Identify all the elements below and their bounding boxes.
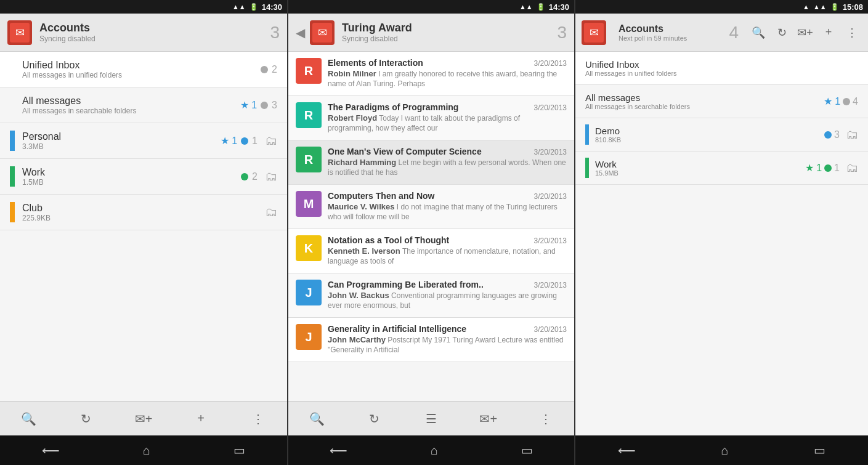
left-header-sub: Syncing disabled xyxy=(39,34,265,43)
right-wifi-icon: ▲▲ xyxy=(813,3,827,10)
email-sender-5: Kenneth E. Iverson xyxy=(328,246,400,256)
right-work-folder-icon: 🗂 xyxy=(846,161,858,175)
personal-folder-icon: 🗂 xyxy=(265,134,277,148)
right-status-bar: ▲ ▲▲ 🔋 15:08 xyxy=(575,0,868,14)
right-home-button[interactable]: ⌂ xyxy=(721,443,728,458)
left-folder-club[interactable]: Club 225.9KB 🗂 xyxy=(0,195,287,230)
mid-battery-icon: 🔋 xyxy=(537,3,545,11)
club-name: Club xyxy=(22,203,261,214)
work-sub: 1.5MB xyxy=(22,178,241,187)
left-folder-personal[interactable]: Personal 3.3MB ★ 1 1 🗂 xyxy=(0,123,287,159)
mid-compose-button[interactable]: ✉+ xyxy=(475,408,502,430)
right-folder-work[interactable]: Work 15.9MB ★ 1 1 🗂 xyxy=(575,152,868,185)
mid-search-button[interactable]: 🔍 xyxy=(303,408,330,430)
mid-wifi-icon: ▲▲ xyxy=(519,3,533,10)
email-subject-4: Computers Then and Now xyxy=(328,191,529,201)
right-folder-demo[interactable]: Demo 810.8KB 3 🗂 xyxy=(575,118,868,152)
left-header: ✉ Accounts Syncing disabled 3 xyxy=(0,14,287,52)
right-header-sub: Next poll in 59 minutes xyxy=(619,34,719,42)
mid-avatar: ✉ xyxy=(310,20,335,45)
right-compose-button[interactable]: ✉+ xyxy=(795,23,815,42)
left-refresh-button[interactable]: ↻ xyxy=(73,408,100,430)
email-avatar-7: J xyxy=(296,324,322,350)
email-item-2[interactable]: R The Paradigms of Programming 3/20/2013… xyxy=(288,96,574,140)
left-recents-button[interactable]: ▭ xyxy=(233,443,245,458)
left-bottom-nav: 🔍 ↻ ✉+ + ⋮ xyxy=(0,401,287,435)
right-folder-all-messages[interactable]: All messages All messages in searchable … xyxy=(575,85,868,118)
mid-back-button[interactable]: ⟵ xyxy=(330,443,347,458)
right-refresh-button[interactable]: ↻ xyxy=(772,23,792,42)
email-date-6: 3/20/2013 xyxy=(534,281,567,289)
mid-home-button[interactable]: ⌂ xyxy=(431,443,438,458)
left-time: 14:30 xyxy=(262,2,282,12)
email-item-6[interactable]: J Can Programming Be Liberated from.. 3/… xyxy=(288,273,574,318)
left-folder-all-messages[interactable]: All messages All messages in searchable … xyxy=(0,87,287,123)
mid-status-bar: ▲▲ 🔋 14:30 xyxy=(288,0,574,14)
left-home-button[interactable]: ⌂ xyxy=(143,443,150,458)
left-folder-work[interactable]: Work 1.5MB 2 🗂 xyxy=(0,159,287,195)
email-date-4: 3/20/2013 xyxy=(534,192,567,201)
left-compose-button[interactable]: ✉+ xyxy=(130,408,157,430)
work-name: Work xyxy=(22,167,241,178)
right-demo-folder-icon: 🗂 xyxy=(846,127,858,142)
all-messages-count: 3 xyxy=(272,100,277,111)
email-item-3[interactable]: R One Man's View of Computer Science 3/2… xyxy=(288,140,574,185)
right-all-messages-name: All messages xyxy=(585,92,824,103)
email-item-1[interactable]: R Elements of Interaction 3/20/2013 Robi… xyxy=(288,52,574,96)
mid-email-list: R Elements of Interaction 3/20/2013 Robi… xyxy=(288,52,574,401)
mid-panel: ▲▲ 🔋 14:30 ◀ ✉ Turing Award Syncing disa… xyxy=(288,0,575,465)
email-avatar-1: R xyxy=(296,58,322,84)
club-sub: 225.9KB xyxy=(22,214,261,222)
right-battery-icon: 🔋 xyxy=(830,3,839,11)
left-folder-list: Unified Inbox All messages in unified fo… xyxy=(0,52,287,401)
mid-refresh-button[interactable]: ↻ xyxy=(360,408,387,430)
email-sender-6: John W. Backus xyxy=(328,291,389,300)
email-subject-2: The Paradigms of Programming xyxy=(328,102,529,112)
mid-header-title: Turing Award xyxy=(342,22,552,34)
right-add-button[interactable]: + xyxy=(819,23,838,42)
right-more-button[interactable]: ⋮ xyxy=(842,23,862,42)
unified-inbox-count: 2 xyxy=(272,64,277,75)
email-subject-5: Notation as a Tool of Thought xyxy=(328,235,529,245)
email-item-7[interactable]: J Generality in Artificial Intelligence … xyxy=(288,318,574,362)
mid-more-button[interactable]: ⋮ xyxy=(532,408,559,430)
email-sender-4: Maurice V. Wilkes xyxy=(328,202,395,211)
left-back-button[interactable]: ⟵ xyxy=(42,443,60,458)
all-messages-sub: All messages in searchable folders xyxy=(22,107,240,115)
work-folder-icon: 🗂 xyxy=(265,169,277,184)
right-header: ✉ Accounts Next poll in 59 minutes 4 🔍 ↻… xyxy=(575,14,868,52)
mid-recents-button[interactable]: ▭ xyxy=(521,443,533,458)
email-sender-2: Robert Floyd xyxy=(328,113,377,123)
mid-time: 14:30 xyxy=(549,2,569,12)
mid-back-arrow[interactable]: ◀ xyxy=(296,25,305,40)
email-date-7: 3/20/2013 xyxy=(534,325,567,334)
left-more-button[interactable]: ⋮ xyxy=(245,408,272,430)
left-add-button[interactable]: + xyxy=(187,408,214,430)
work-count: 2 xyxy=(252,171,258,182)
right-header-title: Accounts xyxy=(619,23,719,34)
right-back-button[interactable]: ⟵ xyxy=(618,443,636,458)
left-folder-unified-inbox[interactable]: Unified Inbox All messages in unified fo… xyxy=(0,52,287,87)
mid-sort-button[interactable]: ☰ xyxy=(418,408,445,430)
left-search-button[interactable]: 🔍 xyxy=(15,408,43,430)
right-search-button[interactable]: 🔍 xyxy=(748,23,768,42)
right-work-sub: 15.9MB xyxy=(595,169,805,177)
all-messages-name: All messages xyxy=(22,95,240,107)
right-android-nav: ⟵ ⌂ ▭ xyxy=(575,435,868,465)
mid-android-nav: ⟵ ⌂ ▭ xyxy=(288,435,574,465)
email-item-4[interactable]: M Computers Then and Now 3/20/2013 Mauri… xyxy=(288,185,574,229)
email-subject-3: One Man's View of Computer Science xyxy=(328,147,529,156)
right-recents-button[interactable]: ▭ xyxy=(814,443,825,458)
email-date-1: 3/20/2013 xyxy=(534,59,567,68)
personal-star: ★ 1 xyxy=(221,135,237,147)
mid-header-badge: 3 xyxy=(557,23,567,42)
unified-inbox-name: Unified Inbox xyxy=(22,60,261,71)
email-avatar-2: R xyxy=(296,102,322,128)
left-header-title: Accounts xyxy=(39,22,265,34)
email-item-5[interactable]: K Notation as a Tool of Thought 3/20/201… xyxy=(288,229,574,273)
email-subject-1: Elements of Interaction xyxy=(328,58,529,68)
right-folder-unified-inbox[interactable]: Unified Inbox All messages in unified fo… xyxy=(575,52,868,85)
email-avatar-3: R xyxy=(296,147,322,172)
right-header-badge: 4 xyxy=(729,23,739,42)
right-time: 15:08 xyxy=(843,2,863,12)
